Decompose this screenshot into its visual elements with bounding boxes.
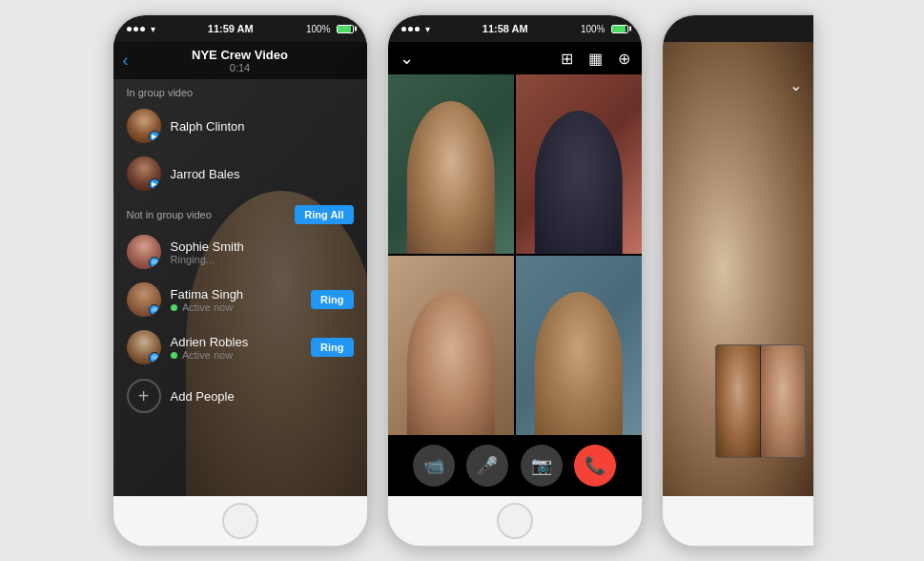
video-toggle-button[interactable]: 📹 [413, 445, 455, 487]
video-icon: ▶ [152, 180, 156, 188]
signal-dots [127, 27, 145, 31]
face-effects-icon[interactable]: ⊞ [561, 50, 573, 68]
call-duration: 0:14 [192, 62, 288, 73]
phone-3: ⌄ [661, 13, 813, 548]
mini-face-2 [761, 345, 805, 457]
ring-button-fatima[interactable]: Ring [311, 290, 353, 309]
messenger-header: ‹ NYE Crew Video 0:14 [113, 42, 367, 79]
list-item: ▶ Ralph Clinton [113, 102, 367, 150]
face-1 [406, 101, 494, 254]
not-in-label: Not in group video [127, 209, 212, 220]
ring-button-adrien[interactable]: Ring [311, 338, 353, 357]
status-text-adrien: Active now [182, 349, 233, 361]
time-display: 11:59 AM [208, 23, 254, 34]
camera-flip-button[interactable]: 📷 [521, 445, 563, 487]
phone2-screen: ⌄ ⊞ ▦ ⊕ 📹 [388, 42, 642, 496]
face-3 [406, 292, 494, 435]
status-bar-2: ▾ 11:58 AM 100% [388, 15, 642, 42]
dot2-1 [401, 27, 406, 31]
phone1-screen: ‹ NYE Crew Video 0:14 In group video ▶ R… [113, 42, 367, 496]
video-badge: ▶ [149, 131, 160, 142]
person-fatima-status: Active now [171, 301, 302, 313]
chevron-down-icon[interactable]: ⌄ [400, 48, 414, 69]
phone2-bottom [388, 496, 642, 546]
msg-icon2: ✉ [152, 306, 157, 314]
battery-icon-2 [611, 25, 628, 33]
badge-fatima: ✉ [149, 304, 160, 316]
msg-icon3: ✉ [152, 354, 157, 362]
video-cell-1 [388, 74, 514, 254]
dot2-2 [408, 27, 413, 31]
status-bar-1: ▾ 11:59 AM 100% [113, 15, 367, 42]
camera-icon: 📷 [531, 455, 552, 476]
avatar-sophie: ✉ [127, 235, 161, 269]
battery-pct-2: 100% [581, 24, 606, 34]
dot-2 [133, 27, 138, 31]
phone3-overlay-grid [715, 344, 806, 458]
person-adrien-status: Active now [171, 349, 302, 361]
video-call-header: ⌄ ⊞ ▦ ⊕ [388, 42, 642, 74]
video-cell-3 [388, 256, 514, 435]
video-badge-jarrod: ▶ [149, 178, 160, 190]
home-button-1[interactable] [222, 503, 258, 539]
mini-face-1 [716, 345, 760, 457]
active-indicator [171, 304, 177, 311]
video-badge-icon: ▶ [152, 133, 156, 140]
video-grid [388, 74, 642, 435]
wifi-icon-2: ▾ [425, 24, 430, 34]
list-item-fatima: ✉ Fatima Singh Active now Ring [113, 276, 367, 323]
add-circle-icon: + [127, 379, 161, 413]
list-item: ▶ Jarrod Bales [113, 150, 367, 197]
call-name: NYE Crew Video [192, 48, 288, 62]
add-person-icon[interactable]: ⊕ [618, 50, 630, 68]
list-item-sophie: ✉ Sophie Smith Ringing... [113, 228, 367, 276]
person-sophie-info: Sophie Smith Ringing... [171, 239, 354, 265]
person-ralph-info: Ralph Clinton [171, 119, 354, 134]
in-group-label: In group video [113, 79, 367, 102]
phone3-screen: ⌄ [663, 42, 813, 496]
call-controls: 📹 🎤 📷 📞 [388, 435, 642, 496]
list-content: ‹ NYE Crew Video 0:14 In group video ▶ R… [113, 42, 367, 496]
battery-pct: 100% [306, 24, 331, 34]
wifi-icon: ▾ [151, 24, 155, 34]
badge-adrien: ✉ [149, 352, 160, 364]
phone3-bottom [663, 496, 813, 546]
phone-2: ▾ 11:58 AM 100% ⌄ ⊞ ▦ ⊕ [386, 13, 644, 548]
list-item-adrien: ✉ Adrien Robles Active now Ring [113, 323, 367, 371]
time-display-2: 11:58 AM [483, 23, 528, 34]
person-adrien-info: Adrien Robles Active now [171, 335, 302, 361]
person-sophie-status: Ringing... [171, 254, 354, 265]
video-cell-4 [516, 256, 642, 435]
person-adrien-name: Adrien Robles [171, 335, 302, 349]
phone3-chevron-icon[interactable]: ⌄ [790, 76, 802, 94]
dot-1 [127, 27, 132, 31]
battery-area-2: 100% [581, 24, 628, 34]
ring-all-button[interactable]: Ring All [295, 205, 353, 224]
face-2 [534, 111, 622, 254]
avatar-ralph: ▶ [127, 109, 161, 143]
dot2-3 [415, 27, 420, 31]
not-in-section-header: Not in group video Ring All [113, 197, 367, 228]
mute-button[interactable]: 🎤 [466, 445, 508, 487]
signal-dots-2 [401, 27, 420, 31]
add-people-row[interactable]: + Add People [113, 371, 367, 421]
avatar-fatima: ✉ [127, 282, 161, 317]
face-4 [534, 292, 622, 435]
phone1-bottom [113, 496, 367, 546]
mic-icon: 🎤 [477, 455, 498, 476]
video-cell-2 [516, 74, 642, 254]
badge-sophie: ✉ [149, 257, 160, 268]
end-call-icon: 📞 [585, 455, 606, 476]
home-button-2[interactable] [497, 503, 533, 539]
grid-icon[interactable]: ▦ [588, 50, 603, 68]
add-people-label: Add People [171, 389, 235, 404]
active-indicator2 [171, 352, 177, 359]
back-button[interactable]: ‹ [123, 51, 129, 71]
phone-1: ▾ 11:59 AM 100% ‹ NYE Crew Video 0:14 In… [112, 13, 369, 548]
end-call-button[interactable]: 📞 [574, 445, 616, 487]
msg-icon: ✉ [152, 259, 157, 266]
call-title: NYE Crew Video 0:14 [192, 48, 288, 73]
person-sophie-name: Sophie Smith [171, 239, 354, 254]
dot-3 [140, 27, 145, 31]
avatar-adrien: ✉ [127, 330, 161, 364]
